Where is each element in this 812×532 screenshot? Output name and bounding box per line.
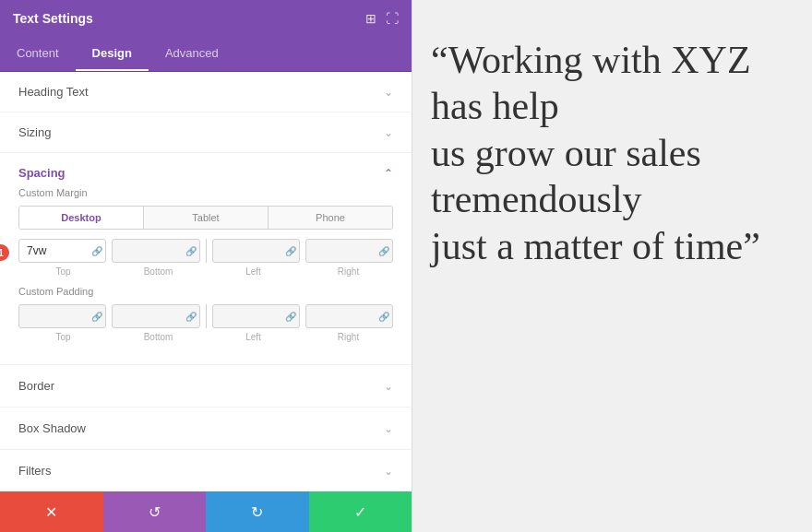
padding-left-group: 🔗 🔗 bbox=[18, 304, 200, 328]
padding-right-group: 🔗 🔗 bbox=[212, 304, 394, 328]
padding-bottom-link-icon: 🔗 bbox=[185, 312, 197, 322]
padding-top-label: Top bbox=[18, 332, 108, 342]
section-spacing-toggle[interactable]: Spacing ⌃ bbox=[0, 153, 412, 183]
margin-top-wrap: 🔗 bbox=[18, 239, 106, 263]
section-heading-text[interactable]: Heading Text ⌄ bbox=[0, 72, 412, 112]
margin-bottom-label: Bottom bbox=[113, 266, 203, 277]
device-tab-desktop[interactable]: Desktop bbox=[19, 207, 144, 229]
padding-labels-left: Top Bottom bbox=[18, 332, 203, 342]
margin-labels-left: Top Bottom bbox=[18, 266, 203, 277]
redo-button[interactable]: ↻ bbox=[206, 491, 309, 532]
custom-margin-label: Custom Margin bbox=[18, 187, 393, 198]
device-tab-phone[interactable]: Phone bbox=[269, 207, 392, 229]
margin-left-group: 🔗 🔗 bbox=[18, 239, 200, 263]
box-shadow-chevron: ⌄ bbox=[384, 422, 393, 435]
padding-bottom-label: Bottom bbox=[113, 332, 203, 342]
tab-advanced[interactable]: Advanced bbox=[149, 37, 235, 71]
resize-icon[interactable]: ⊞ bbox=[365, 11, 376, 26]
save-button[interactable]: ✓ bbox=[309, 491, 412, 532]
heading-text-label: Heading Text bbox=[18, 85, 89, 99]
header-icons: ⊞ ⛶ bbox=[365, 11, 399, 26]
box-shadow-label: Box Shadow bbox=[18, 421, 86, 435]
margin-inputs: 🔗 🔗 🔗 bbox=[18, 239, 393, 263]
device-tab-tablet[interactable]: Tablet bbox=[144, 207, 269, 229]
section-border[interactable]: Border ⌄ bbox=[0, 365, 412, 408]
cancel-button[interactable]: ✕ bbox=[0, 491, 103, 532]
margin-right-link-icon: 🔗 bbox=[378, 246, 389, 256]
margin-right-label: Right bbox=[304, 266, 393, 277]
filters-label: Filters bbox=[18, 464, 51, 478]
panel-tabs: Content Design Advanced bbox=[0, 37, 412, 72]
margin-left-input-wrap: 🔗 bbox=[212, 239, 300, 263]
margin-input-row: 1 🔗 🔗 bbox=[18, 239, 393, 266]
undo-button[interactable]: ↺ bbox=[103, 491, 207, 532]
tab-design[interactable]: Design bbox=[76, 37, 149, 71]
fullscreen-icon[interactable]: ⛶ bbox=[386, 11, 399, 26]
padding-left-link-icon: 🔗 bbox=[285, 312, 296, 322]
padding-labels-right: Left Right bbox=[209, 332, 393, 342]
spacing-label: Spacing bbox=[18, 166, 66, 180]
preview-panel: “Working with XYZ has helpus grow our sa… bbox=[412, 0, 812, 532]
heading-text-chevron: ⌄ bbox=[384, 86, 393, 99]
padding-labels: Top Bottom Left Right bbox=[18, 332, 393, 342]
margin-top-label: Top bbox=[18, 266, 108, 277]
border-label: Border bbox=[18, 379, 54, 393]
border-chevron: ⌄ bbox=[384, 380, 393, 393]
padding-left-input-wrap: 🔗 bbox=[212, 304, 300, 328]
spacing-expanded: Custom Margin Desktop Tablet Phone 1 🔗 bbox=[0, 187, 412, 365]
undo-icon: ↺ bbox=[149, 503, 161, 521]
save-icon: ✓ bbox=[354, 503, 366, 521]
padding-bottom-wrap: 🔗 bbox=[112, 304, 199, 328]
margin-left-link-icon: 🔗 bbox=[285, 246, 296, 256]
padding-separator bbox=[206, 304, 207, 328]
section-filters[interactable]: Filters ⌄ bbox=[0, 450, 412, 491]
padding-right-label: Right bbox=[304, 332, 393, 342]
device-tabs: Desktop Tablet Phone bbox=[18, 206, 393, 230]
spacing-chevron: ⌃ bbox=[384, 167, 393, 180]
preview-text: “Working with XYZ has helpus grow our sa… bbox=[431, 37, 794, 269]
panel-title: Text Settings bbox=[13, 11, 93, 26]
margin-top-link-icon: 🔗 bbox=[91, 246, 102, 256]
sizing-chevron: ⌄ bbox=[384, 126, 393, 139]
panel-footer: ✕ ↺ ↻ ✓ bbox=[0, 491, 412, 532]
indicator-badge: 1 bbox=[0, 244, 9, 261]
margin-bottom-wrap: 🔗 bbox=[112, 239, 199, 263]
margin-labels: Top Bottom Left Right bbox=[18, 266, 393, 277]
section-box-shadow[interactable]: Box Shadow ⌄ bbox=[0, 408, 412, 450]
text-settings-panel: Text Settings ⊞ ⛶ Content Design Advance… bbox=[0, 0, 412, 532]
sizing-label: Sizing bbox=[18, 125, 51, 139]
margin-right-group: 🔗 🔗 bbox=[212, 239, 394, 263]
padding-inputs: 🔗 🔗 🔗 🔗 bbox=[18, 304, 393, 328]
panel-body: Heading Text ⌄ Sizing ⌄ Spacing ⌃ Custom… bbox=[0, 72, 412, 491]
margin-labels-right: Left Right bbox=[209, 266, 393, 277]
redo-icon: ↻ bbox=[251, 503, 263, 521]
margin-left-label: Left bbox=[209, 266, 298, 277]
padding-top-link-icon: 🔗 bbox=[91, 312, 102, 322]
margin-bottom-link-icon: 🔗 bbox=[185, 246, 197, 256]
padding-right-input-wrap: 🔗 bbox=[305, 304, 393, 328]
filters-chevron: ⌄ bbox=[384, 465, 393, 478]
panel-header: Text Settings ⊞ ⛶ bbox=[0, 0, 412, 37]
margin-right-input-wrap: 🔗 bbox=[305, 239, 393, 263]
margin-separator bbox=[206, 239, 207, 263]
custom-padding-label: Custom Padding bbox=[18, 286, 393, 297]
tab-content[interactable]: Content bbox=[0, 37, 76, 71]
section-sizing[interactable]: Sizing ⌄ bbox=[0, 112, 412, 153]
padding-left-label: Left bbox=[209, 332, 298, 342]
padding-top-wrap: 🔗 bbox=[18, 304, 106, 328]
padding-right-link-icon: 🔗 bbox=[378, 312, 389, 322]
cancel-icon: ✕ bbox=[45, 503, 57, 521]
